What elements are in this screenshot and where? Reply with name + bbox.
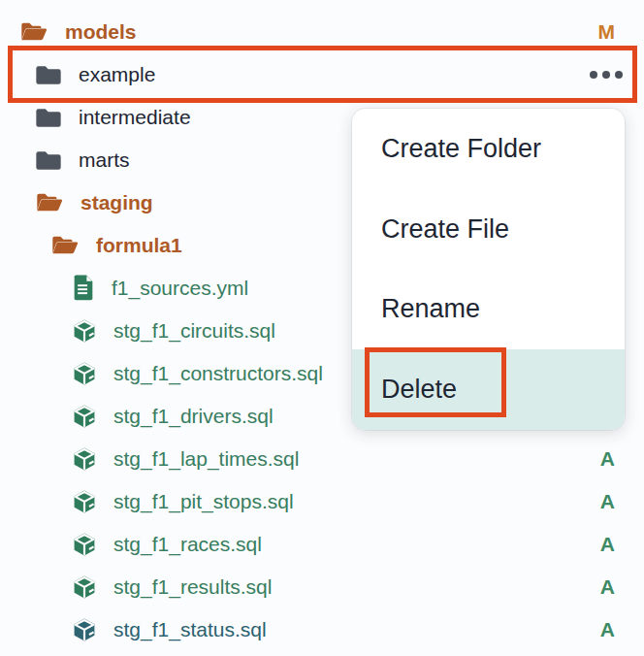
folder-open-icon — [19, 20, 48, 44]
context-menu: Create FolderCreate FileRenameDelete — [352, 109, 625, 430]
menu-item-create-folder[interactable]: Create Folder — [352, 109, 625, 189]
tree-item-label: models — [65, 20, 137, 44]
tree-item-label: formula1 — [96, 234, 182, 257]
tree-item-label: marts — [79, 148, 130, 172]
tree-item-models[interactable]: modelsM — [0, 11, 644, 53]
tree-item-label: stg_f1_races.sql — [113, 533, 262, 556]
git-status-badge: A — [600, 575, 615, 599]
tree-item-example[interactable]: example — [0, 53, 644, 96]
model-cube-icon — [72, 404, 97, 429]
folder-closed-icon — [35, 149, 62, 172]
menu-item-label: Delete — [381, 375, 457, 405]
ellipsis-menu-icon[interactable] — [590, 71, 623, 79]
tree-item-stg-f1-results-sql[interactable]: stg_f1_results.sqlA — [0, 566, 644, 608]
tree-item-label: stg_f1_results.sql — [113, 575, 272, 599]
git-status-badge: A — [600, 533, 615, 556]
menu-item-delete[interactable]: Delete — [352, 349, 625, 430]
tree-item-label: stg_f1_circuits.sql — [113, 319, 275, 343]
tree-item-label: example — [79, 63, 155, 86]
tree-item-stg-f1-status-sql[interactable]: stg_f1_status.sqlA — [0, 608, 644, 651]
model-cube-icon — [72, 574, 97, 600]
model-cube-icon — [72, 532, 97, 557]
menu-item-create-file[interactable]: Create File — [352, 189, 625, 270]
tree-item-stg-f1-pit-stops-sql[interactable]: stg_f1_pit_stops.sqlA — [0, 480, 644, 523]
tree-item-label: stg_f1_pit_stops.sql — [113, 490, 294, 513]
git-status-badge: A — [600, 618, 615, 641]
menu-item-label: Create File — [381, 214, 509, 245]
menu-item-label: Create Folder — [381, 134, 541, 164]
tree-item-label: stg_f1_status.sql — [113, 618, 267, 641]
model-cube-icon — [72, 617, 97, 642]
folder-closed-icon — [35, 64, 62, 86]
git-status-badge: M — [598, 20, 616, 44]
tree-item-stg-f1-races-sql[interactable]: stg_f1_races.sqlA — [0, 523, 644, 566]
git-status-badge: A — [600, 490, 615, 513]
model-cube-icon — [72, 446, 97, 472]
model-cube-icon — [72, 318, 97, 344]
model-cube-icon — [72, 361, 97, 386]
file-yml-icon — [72, 275, 95, 302]
folder-closed-icon — [35, 107, 62, 129]
tree-item-label: f1_sources.yml — [112, 277, 248, 300]
folder-open-icon — [35, 191, 64, 214]
tree-item-label: staging — [80, 191, 153, 214]
model-cube-icon — [72, 489, 97, 514]
folder-open-icon — [50, 234, 80, 257]
tree-item-stg-f1-lap-times-sql[interactable]: stg_f1_lap_times.sqlA — [0, 438, 644, 480]
tree-item-label: stg_f1_lap_times.sql — [113, 447, 299, 471]
git-status-badge: A — [600, 447, 615, 471]
tree-item-label: stg_f1_drivers.sql — [113, 405, 274, 428]
tree-item-label: stg_f1_constructors.sql — [113, 362, 323, 385]
tree-item-label: intermediate — [79, 106, 191, 129]
menu-item-rename[interactable]: Rename — [352, 270, 625, 350]
menu-item-label: Rename — [381, 294, 480, 324]
